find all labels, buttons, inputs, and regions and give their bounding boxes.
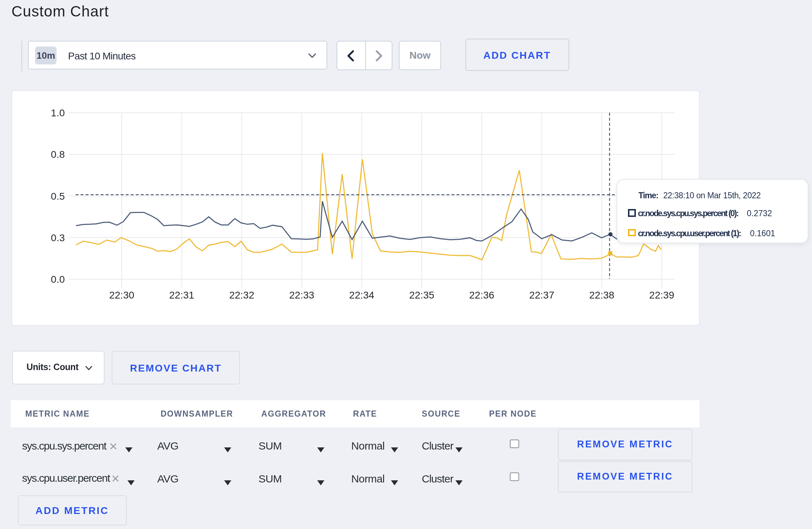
svg-text:22:32: 22:32 — [229, 290, 254, 301]
svg-text:0.8: 0.8 — [50, 149, 64, 160]
svg-text:22:39: 22:39 — [649, 290, 674, 301]
svg-text:22:36: 22:36 — [469, 290, 494, 301]
svg-text:22:31: 22:31 — [169, 290, 194, 301]
svg-text:0.5: 0.5 — [50, 191, 64, 202]
svg-text:22:33: 22:33 — [289, 290, 314, 301]
svg-text:22:35: 22:35 — [409, 290, 434, 301]
svg-text:22:30: 22:30 — [109, 290, 134, 301]
svg-text:0.0: 0.0 — [50, 274, 64, 285]
svg-text:22:34: 22:34 — [349, 290, 374, 301]
svg-text:1.0: 1.0 — [50, 107, 64, 118]
svg-text:22:37: 22:37 — [529, 290, 554, 301]
svg-text:0.3: 0.3 — [50, 232, 64, 243]
svg-text:22:38: 22:38 — [589, 290, 614, 301]
